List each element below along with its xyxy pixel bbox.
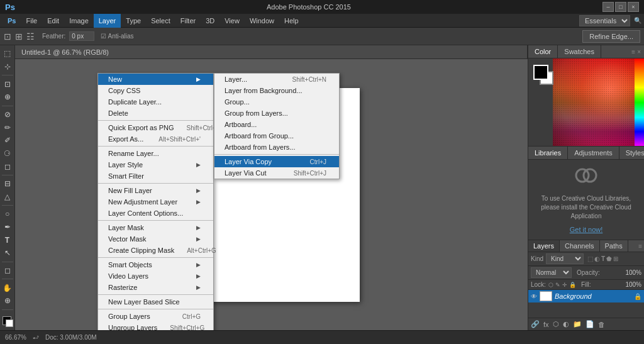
tool-eyedropper[interactable]: ⊕ xyxy=(1,91,14,103)
delete-layer-btn[interactable]: 🗑 xyxy=(598,321,605,328)
new-layer-from-bg[interactable]: Layer from Background... xyxy=(214,85,339,96)
color-selector[interactable] xyxy=(1,315,14,328)
menu-layer-style[interactable]: Layer Style ▶ xyxy=(98,159,213,170)
new-artboard[interactable]: Artboard... xyxy=(214,119,339,130)
menu-quick-export[interactable]: Quick Export as PNG Shift+Ctrl+' xyxy=(98,122,213,133)
menu-copy-css[interactable]: Copy CSS xyxy=(98,85,213,96)
get-it-link[interactable]: Get it now! xyxy=(570,226,603,233)
menu-view[interactable]: View xyxy=(219,14,245,28)
menu-new-fill[interactable]: New Fill Layer ▶ xyxy=(98,185,213,196)
layer-visibility-icon[interactable]: 👁 xyxy=(531,293,537,300)
menu-layer-slice[interactable]: New Layer Based Slice xyxy=(98,296,213,308)
new-group[interactable]: Group... xyxy=(214,96,339,108)
minimize-button[interactable]: – xyxy=(602,2,614,12)
lock-all-icon[interactable]: 🔒 xyxy=(569,282,576,288)
menu-duplicate[interactable]: Duplicate Layer... xyxy=(98,96,213,108)
menu-clipping-mask[interactable]: Create Clipping Mask Alt+Ctrl+G xyxy=(98,245,213,256)
workspace-select[interactable]: Essentials xyxy=(579,15,630,26)
lock-image-icon[interactable]: ✎ xyxy=(555,282,560,288)
add-mask-btn[interactable]: ⬡ xyxy=(553,320,559,328)
kind-adjust-icon[interactable]: ◐ xyxy=(594,255,600,262)
tab-libraries[interactable]: Libraries xyxy=(528,147,568,159)
menu-new-adjustment[interactable]: New Adjustment Layer ▶ xyxy=(98,196,213,208)
panel-close-icon[interactable]: × xyxy=(637,48,641,55)
kind-shape-icon[interactable]: ⬟ xyxy=(606,255,612,262)
menu-delete[interactable]: Delete xyxy=(98,108,213,119)
tool-clone[interactable]: ✐ xyxy=(1,135,14,147)
new-adjustment-btn[interactable]: ◐ xyxy=(563,320,569,328)
menu-ps[interactable]: Ps xyxy=(3,14,21,28)
new-layer-item[interactable]: Layer... Shift+Ctrl+N xyxy=(214,74,339,85)
tool-zoom[interactable]: ⊕ xyxy=(1,295,14,307)
tool-lasso[interactable]: ⊹ xyxy=(1,61,14,73)
tab-styles[interactable]: Styles xyxy=(619,147,644,159)
menu-select[interactable]: Select xyxy=(146,14,175,28)
menu-3d[interactable]: 3D xyxy=(201,14,219,28)
tool-pen[interactable]: ✒ xyxy=(1,221,14,233)
menu-vector-mask[interactable]: Vector Mask ▶ xyxy=(98,233,213,245)
menu-smart-objects[interactable]: Smart Objects ▶ xyxy=(98,259,213,270)
maximize-button[interactable]: □ xyxy=(615,2,626,12)
tool-gradient[interactable]: ⊟ xyxy=(1,178,14,190)
blend-mode-select[interactable]: Normal xyxy=(531,267,572,278)
kind-smart-icon[interactable]: ⊞ xyxy=(613,255,618,262)
tool-brush[interactable]: ✏ xyxy=(1,121,14,133)
new-submenu[interactable]: Layer... Shift+Ctrl+N Layer from Backgro… xyxy=(214,73,340,179)
menu-window[interactable]: Window xyxy=(245,14,279,28)
close-button[interactable]: × xyxy=(628,2,639,12)
refine-edge-button[interactable]: Refine Edge... xyxy=(582,30,640,43)
menu-export-as[interactable]: Export As... Alt+Shift+Ctrl+' xyxy=(98,133,213,145)
options-toggle-2[interactable]: ⊞ xyxy=(15,31,23,42)
new-artboard-from-group[interactable]: Artboard from Group... xyxy=(214,130,339,141)
new-via-copy[interactable]: Layer Via Copy Ctrl+J xyxy=(214,156,339,167)
menu-group-layers[interactable]: Group Layers Ctrl+G xyxy=(98,311,213,322)
tab-channels[interactable]: Channels xyxy=(560,240,599,252)
options-toggle-3[interactable]: ☷ xyxy=(26,31,35,42)
menu-rasterize[interactable]: Rasterize ▶ xyxy=(98,282,213,293)
menu-file[interactable]: File xyxy=(21,14,42,28)
tool-shape[interactable]: ◻ xyxy=(1,265,14,277)
new-artboard-from-layers[interactable]: Artboard from Layers... xyxy=(214,141,339,153)
options-toggle-1[interactable]: ⊡ xyxy=(4,31,11,42)
tool-type[interactable]: T xyxy=(1,234,14,246)
layer-main-menu[interactable]: New ▶ Copy CSS Duplicate Layer... Delete xyxy=(97,73,214,330)
menu-smart-filter[interactable]: Smart Filter xyxy=(98,170,213,182)
menu-video-layers[interactable]: Video Layers ▶ xyxy=(98,270,213,282)
menu-edit[interactable]: Edit xyxy=(42,14,64,28)
lock-transparent-icon[interactable]: ⬡ xyxy=(548,282,553,288)
kind-pixel-icon[interactable]: ⬚ xyxy=(587,255,593,262)
new-via-cut[interactable]: Layer Via Cut Shift+Ctrl+J xyxy=(214,167,339,179)
feather-input[interactable] xyxy=(69,31,94,41)
menu-layer-mask[interactable]: Layer Mask ▶ xyxy=(98,222,213,233)
layer-item-background[interactable]: 👁 Background 🔒 xyxy=(528,290,644,302)
new-folder-btn[interactable]: 📁 xyxy=(573,320,582,328)
tab-adjustments[interactable]: Adjustments xyxy=(568,147,619,159)
tool-selection[interactable]: ⬚ xyxy=(1,48,14,60)
canvas-tab[interactable]: Untitled-1 @ 66.7% (RGB/8) xyxy=(15,45,528,59)
zoom-arrows[interactable]: ⮐ xyxy=(33,334,39,341)
new-group-from-layers[interactable]: Group from Layers... xyxy=(214,108,339,119)
menu-image[interactable]: Image xyxy=(64,14,94,28)
link-layers-btn[interactable]: 🔗 xyxy=(531,320,540,328)
tool-history[interactable]: ⚆ xyxy=(1,148,14,160)
color-spectrum[interactable] xyxy=(553,58,644,146)
tab-swatches[interactable]: Swatches xyxy=(558,45,601,58)
tab-color[interactable]: Color xyxy=(528,45,558,58)
tab-layers[interactable]: Layers xyxy=(528,240,560,252)
tool-hand[interactable]: ✋ xyxy=(1,282,14,294)
new-layer-btn[interactable]: 📄 xyxy=(586,320,594,328)
tool-path[interactable]: ↖ xyxy=(1,247,14,259)
menu-content-options[interactable]: Layer Content Options... xyxy=(98,208,213,219)
menu-ungroup-layers[interactable]: Ungroup Layers Shift+Ctrl+G xyxy=(98,322,213,330)
foreground-chip[interactable] xyxy=(533,65,548,80)
tool-dodge[interactable]: ○ xyxy=(1,208,14,220)
panel-menu-icon[interactable]: ≡ xyxy=(631,48,635,55)
tool-healing[interactable]: ⊘ xyxy=(1,109,14,121)
add-fx-btn[interactable]: fx xyxy=(543,321,549,328)
lock-position-icon[interactable]: ✛ xyxy=(562,282,567,288)
menu-filter[interactable]: Filter xyxy=(175,14,201,28)
tool-crop[interactable]: ⊡ xyxy=(1,78,14,90)
menu-type[interactable]: Type xyxy=(121,14,146,28)
menu-rename[interactable]: Rename Layer... xyxy=(98,148,213,159)
background-color[interactable] xyxy=(6,319,13,327)
